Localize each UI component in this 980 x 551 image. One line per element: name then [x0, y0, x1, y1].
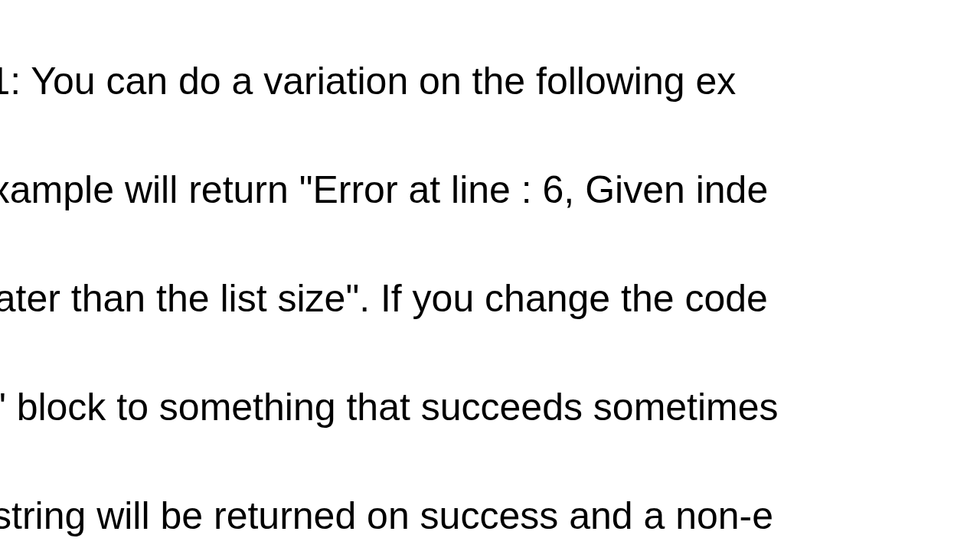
text-line: r 1: You can do a variation on the follo…: [0, 54, 980, 109]
document-text: r 1: You can do a variation on the follo…: [0, 0, 980, 551]
text-line: eater than the list size". If you change…: [0, 272, 980, 326]
text-line: example will return "Error at line : 6, …: [0, 163, 980, 217]
text-line: " block to something that succeeds somet…: [0, 380, 980, 435]
text-line: string will be returned on success and a…: [0, 489, 980, 543]
